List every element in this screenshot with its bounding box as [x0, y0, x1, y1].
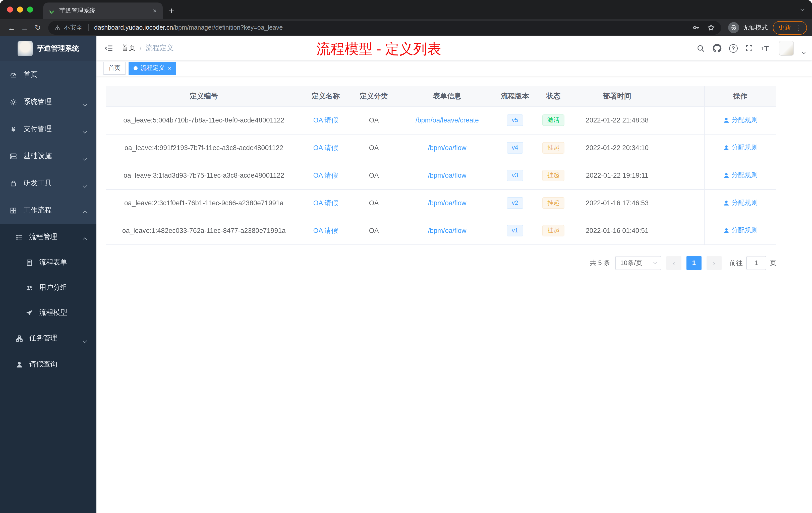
warning-icon: [54, 24, 61, 31]
sidebar-item-infrastructure[interactable]: 基础设施: [0, 143, 96, 170]
document-icon: [25, 259, 34, 266]
forward-button[interactable]: →: [18, 21, 31, 34]
security-label[interactable]: 不安全: [64, 23, 83, 32]
form-link[interactable]: /bpm/oa/flow: [428, 199, 466, 207]
tag-close-icon[interactable]: ×: [168, 65, 171, 71]
chevron-down-icon: [83, 336, 86, 344]
browser-tab[interactable]: 芋道管理系统 ×: [43, 2, 163, 19]
definition-name-link[interactable]: OA 请假: [313, 144, 338, 151]
definition-name-link[interactable]: OA 请假: [313, 116, 338, 124]
table-row: oa_leave:1:482ec033-762a-11ec-8477-a2380…: [106, 217, 776, 244]
sidebar-item-workflow[interactable]: 工作流程: [0, 197, 96, 224]
update-button[interactable]: 更新 ⋮: [773, 21, 807, 34]
breadcrumb-home[interactable]: 首页: [121, 44, 136, 53]
top-navbar: 首页 / 流程定义 流程模型 - 定义列表 ? TT: [96, 36, 812, 60]
form-link[interactable]: /bpm/oa/flow: [428, 144, 466, 152]
sidebar-item-process-mgmt[interactable]: 流程管理: [0, 224, 96, 250]
sidebar-item-label: 用户分组: [39, 283, 67, 292]
definition-name-link[interactable]: OA 请假: [313, 199, 338, 207]
avatar-caret-icon[interactable]: [803, 47, 805, 56]
search-icon[interactable]: [696, 44, 705, 53]
goto-group: 前往 页: [730, 256, 776, 270]
prev-page-button[interactable]: ‹: [666, 256, 682, 270]
table-row: oa_leave:3:1fad3d93-7b75-11ec-a3c8-acde4…: [106, 162, 776, 189]
bookmark-star-icon[interactable]: [707, 24, 715, 32]
spacer-cell: [661, 217, 704, 244]
chevron-up-icon: [83, 234, 86, 242]
sidebar-item-home[interactable]: 首页: [0, 61, 96, 88]
tab-close-icon[interactable]: ×: [152, 7, 158, 14]
help-icon[interactable]: ?: [729, 44, 737, 53]
status-badge: 挂起: [542, 224, 564, 236]
chevron-up-icon: [83, 208, 86, 216]
definition-category: OA: [349, 134, 398, 162]
reload-button[interactable]: ↻: [31, 21, 44, 34]
tab-strip: 芋道管理系统 × +: [0, 0, 812, 19]
definition-name-link[interactable]: OA 请假: [313, 172, 338, 179]
definition-id: oa_leave:4:991f2193-7b7f-11ec-a3c8-acde4…: [106, 134, 302, 162]
close-window-button[interactable]: [7, 6, 13, 12]
sidebar-item-leave-query[interactable]: 请假查询: [0, 351, 96, 378]
chevron-down-icon: [653, 261, 657, 264]
breadcrumb-separator: /: [140, 44, 142, 52]
status-badge: 挂起: [542, 142, 564, 154]
sidebar-item-system[interactable]: 系统管理: [0, 88, 96, 116]
spacer-cell: [661, 134, 704, 162]
version-badge: v1: [507, 224, 523, 236]
sidebar-item-devtools[interactable]: 研发工具: [0, 170, 96, 197]
browser-toolbar: ← → ↻ 不安全 dashboard.yudao.iocoder.cn/bpm…: [0, 19, 812, 36]
back-button[interactable]: ←: [5, 21, 18, 34]
person-icon: [723, 117, 730, 123]
sidebar-item-payment[interactable]: ¥ 支付管理: [0, 116, 96, 143]
version-badge: v5: [507, 114, 523, 126]
browser-menu-icon[interactable]: ⋮: [795, 24, 802, 31]
list-icon: [15, 233, 24, 241]
page-size-select[interactable]: 10条/页: [615, 256, 661, 270]
sitemap-icon: [15, 335, 24, 342]
form-link[interactable]: /bpm/oa/leave/create: [415, 117, 479, 124]
tags-view: 首页 流程定义 ×: [96, 60, 812, 76]
assign-rule-link[interactable]: 分配规则: [723, 226, 758, 235]
form-link[interactable]: /bpm/oa/flow: [428, 172, 466, 179]
form-link[interactable]: /bpm/oa/flow: [428, 227, 466, 234]
fullscreen-icon[interactable]: [745, 44, 753, 52]
assign-rule-link[interactable]: 分配规则: [723, 171, 758, 180]
deploy-time: 2022-01-22 19:19:11: [573, 162, 661, 189]
col-header-time: 部署时间: [573, 86, 661, 107]
zoom-window-button[interactable]: [27, 6, 33, 12]
assign-rule-link[interactable]: 分配规则: [723, 116, 758, 125]
sidebar-item-process-model[interactable]: 流程模型: [0, 300, 96, 325]
tag-process-definition[interactable]: 流程定义 ×: [128, 61, 176, 74]
sidebar-logo[interactable]: 芋道管理系统: [0, 36, 96, 61]
definition-category: OA: [349, 107, 398, 134]
tag-home[interactable]: 首页: [104, 61, 125, 74]
sidebar-item-task-mgmt[interactable]: 任务管理: [0, 325, 96, 351]
assign-rule-link[interactable]: 分配规则: [723, 199, 758, 208]
definition-name-link[interactable]: OA 请假: [313, 227, 338, 234]
sidebar-item-process-form[interactable]: 流程表单: [0, 250, 96, 275]
status-badge: 挂起: [542, 197, 564, 209]
url-text[interactable]: dashboard.yudao.iocoder.cn/bpm/manager/d…: [94, 24, 685, 31]
font-size-icon[interactable]: TT: [760, 44, 769, 53]
minimize-window-button[interactable]: [17, 6, 23, 12]
key-icon[interactable]: [692, 24, 700, 32]
tab-search-icon[interactable]: [801, 3, 804, 12]
user-avatar[interactable]: [779, 41, 794, 56]
logo-title: 芋道管理系统: [37, 44, 79, 53]
next-page-button[interactable]: ›: [706, 256, 722, 270]
col-header-name: 定义名称: [302, 86, 349, 107]
paper-plane-icon: [25, 309, 34, 316]
hamburger-icon[interactable]: [104, 44, 117, 53]
sidebar-item-user-group[interactable]: 用户分组: [0, 275, 96, 300]
new-tab-button[interactable]: +: [169, 6, 174, 16]
update-label: 更新: [778, 23, 791, 32]
total-count: 共 5 条: [590, 258, 610, 267]
goto-page-input[interactable]: [746, 256, 766, 270]
address-bar[interactable]: 不安全 dashboard.yudao.iocoder.cn/bpm/manag…: [48, 21, 721, 34]
current-page-button[interactable]: 1: [687, 256, 701, 270]
browser-window: 芋道管理系统 × + ← → ↻ 不安全 dashboard.yudao.ioc…: [0, 0, 812, 513]
github-icon[interactable]: [712, 44, 721, 53]
assign-rule-link[interactable]: 分配规则: [723, 143, 758, 152]
tag-label: 流程定义: [141, 64, 165, 72]
sidebar-item-label: 首页: [24, 70, 38, 79]
